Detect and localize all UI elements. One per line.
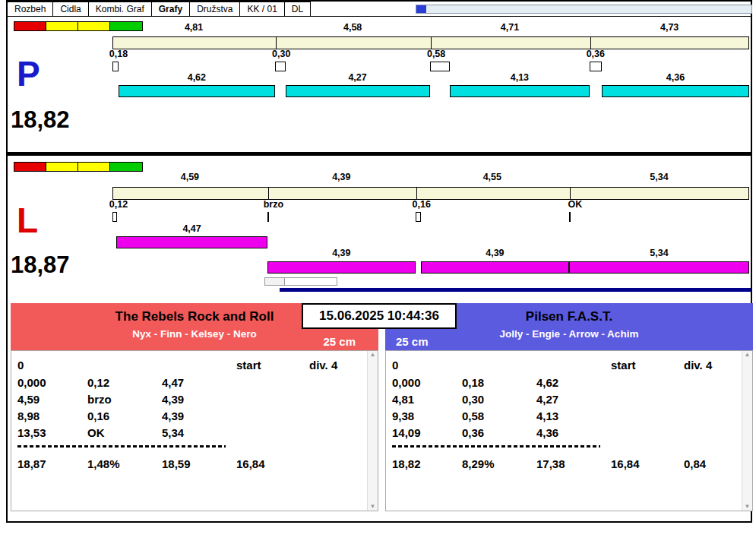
start-row-cell: 0	[392, 359, 398, 372]
total-cell: 1,48%	[87, 457, 120, 471]
dog-time-label: 4,36	[666, 73, 685, 84]
total-cell: 16,84	[611, 457, 640, 471]
table-cell: 0,36	[462, 426, 484, 440]
change-tick	[267, 212, 269, 222]
scroll-down-icon[interactable]: ▼	[745, 504, 751, 510]
tab-kk-01[interactable]: KK / 01	[239, 2, 284, 16]
table-cell: 5,34	[162, 426, 184, 440]
dog-time-label: 5,34	[650, 248, 668, 259]
dog-time-label: 4,27	[348, 73, 366, 84]
total-cell: 16,84	[236, 457, 265, 471]
dog-time-bar	[421, 261, 569, 274]
table-cell: 4,62	[536, 376, 558, 390]
total-cell: 8,29%	[462, 457, 495, 471]
table-cell: 0,18	[462, 376, 484, 390]
change-box	[112, 212, 117, 222]
change-box	[416, 212, 421, 222]
split-divider	[570, 188, 571, 199]
tab-rozbeh[interactable]: Rozbeh	[7, 2, 53, 16]
total-time: 18,82	[11, 108, 70, 131]
dog-time-bar	[119, 85, 275, 97]
change-time-label: 0,58	[427, 49, 445, 60]
split-time-label: 4,81	[185, 23, 203, 33]
tab-dl[interactable]: DL	[284, 2, 311, 16]
dog-time-bar	[116, 236, 267, 248]
team-panel-right: Pilsen F.A.S.T. Jolly - Engie - Arrow - …	[385, 303, 753, 511]
split-time-label: 4,55	[483, 172, 501, 183]
table-cell: 4,27	[536, 393, 558, 406]
split-divider	[276, 37, 277, 49]
run-panel-L: L18,874,590,124,474,39brzo4,394,550,164,…	[8, 156, 751, 299]
dog-time-bar	[450, 85, 590, 97]
app-window: RozbehCidlaKombi. GrafGrafyDružstvaKK / …	[6, 0, 752, 523]
change-time-label: 0,18	[109, 49, 128, 60]
dog-time-bar	[569, 261, 749, 274]
scroll-down-icon[interactable]: ▼	[370, 504, 376, 510]
datetime-box: 15.06.2025 10:44:36	[302, 303, 457, 329]
table-cell: 4,39	[162, 393, 184, 406]
change-time-label: 0,36	[587, 49, 605, 60]
table-scrollbar[interactable]: ▲ ▼	[367, 351, 378, 511]
table-content: 0startdiv. 40,0000,184,624,810,304,279,3…	[386, 351, 742, 511]
separator-line	[17, 445, 226, 448]
tab-cidla[interactable]: Cidla	[52, 2, 88, 16]
change-time-label: OK	[568, 200, 582, 210]
table-cell: 8,98	[17, 410, 40, 423]
table-cell: 4,13	[536, 410, 558, 423]
total-cell: 0,84	[684, 457, 706, 471]
status-light	[46, 22, 78, 30]
tab-kombi-graf[interactable]: Kombi. Graf	[88, 2, 152, 16]
lane-letter: P	[17, 56, 40, 91]
change-time-label: 0,30	[272, 49, 290, 60]
dog-time-label: 4,39	[332, 248, 350, 259]
change-box	[430, 62, 450, 71]
status-light	[110, 22, 142, 30]
change-tick	[569, 212, 571, 222]
jump-height-label: 25 cm	[396, 335, 429, 348]
scroll-up-icon[interactable]: ▲	[745, 352, 751, 358]
table-cell: 0,12	[87, 376, 109, 390]
table-scrollbar[interactable]: ▲ ▼	[742, 351, 752, 511]
division-label: div. 4	[309, 359, 337, 372]
run-panel-P: P18,824,810,184,624,580,304,274,710,584,…	[8, 17, 751, 152]
table-cell: 4,81	[392, 393, 414, 406]
division-label: div. 4	[684, 359, 712, 372]
change-time-label: 0,12	[109, 200, 128, 210]
table-cell: 0,000	[392, 376, 421, 390]
dog-time-bar	[267, 261, 416, 274]
split-bar	[112, 36, 749, 49]
table-content: 0startdiv. 40,0000,124,474,59brzo4,398,9…	[11, 351, 367, 511]
top-scrollbar-thumb[interactable]	[416, 5, 426, 13]
tab-dru-stva[interactable]: Družstva	[189, 2, 240, 16]
split-divider	[590, 37, 591, 49]
status-lights	[14, 162, 143, 172]
total-cell: 17,38	[536, 457, 565, 471]
split-time-label: 4,71	[501, 23, 519, 33]
split-time-label: 4,59	[181, 172, 199, 183]
start-label: start	[611, 359, 636, 372]
tab-grafy[interactable]: Grafy	[151, 2, 190, 16]
split-divider	[431, 37, 432, 49]
table-cell: 0,16	[87, 410, 109, 423]
separator-line	[392, 445, 600, 448]
split-time-label: 4,73	[660, 23, 679, 33]
results-section: The Rebels Rock and Roll Nyx - Finn - Ke…	[8, 303, 751, 519]
dog-time-bar	[602, 85, 749, 97]
table-cell: 13,53	[17, 426, 46, 440]
start-label: start	[236, 359, 261, 372]
dog-time-label: 4,47	[182, 224, 201, 235]
total-cell: 18,59	[162, 457, 191, 471]
total-time: 18,87	[11, 253, 70, 277]
scroll-up-icon[interactable]: ▲	[370, 352, 376, 358]
top-scrollbar[interactable]	[416, 5, 752, 14]
timeline-bar	[280, 288, 751, 292]
dog-time-label: 4,62	[188, 73, 206, 84]
status-light	[46, 163, 78, 171]
split-bar	[112, 187, 749, 200]
change-box	[590, 62, 602, 71]
team-results-table: 0startdiv. 40,0000,124,474,59brzo4,398,9…	[11, 350, 378, 511]
mini-scrollbar[interactable]	[264, 277, 337, 286]
start-row-cell: 0	[17, 359, 24, 372]
table-cell: 0,000	[17, 376, 46, 390]
mini-scrollbar-thumb[interactable]	[265, 278, 285, 285]
